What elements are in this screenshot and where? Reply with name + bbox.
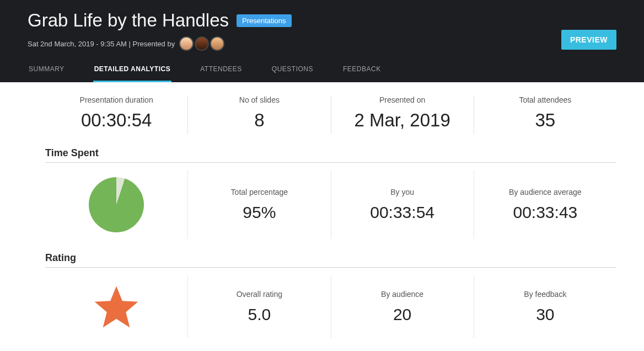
content-area: Presentation duration 00:30:54 No of sli…	[0, 82, 644, 349]
section-time-spent: Time Spent Total percentage 95% By you 0…	[45, 147, 616, 239]
stat-duration: Presentation duration 00:30:54	[45, 95, 188, 134]
page-title: Grab Life by the Handles	[28, 10, 229, 31]
time-spent-by-audience: By audience average 00:33:43	[474, 171, 616, 239]
top-stats-row: Presentation duration 00:30:54 No of sli…	[45, 82, 616, 134]
tab-questions[interactable]: QUESTIONS	[271, 65, 314, 82]
cell-value: 20	[393, 305, 411, 324]
tabs: SUMMARY DETAILED ANALYTICS ATTENDEES QUE…	[28, 65, 561, 82]
stat-value: 00:30:54	[51, 110, 182, 131]
cell-value: 30	[536, 305, 554, 324]
stat-label: No of slides	[194, 95, 325, 104]
stat-value: 8	[194, 110, 325, 131]
tab-summary[interactable]: SUMMARY	[28, 65, 66, 82]
presenter-avatars	[179, 36, 224, 51]
time-spent-chart-cell	[45, 171, 188, 239]
time-spent-percentage: Total percentage 95%	[188, 171, 331, 239]
rating-by-feedback: By feedback 30	[474, 275, 616, 338]
avatar[interactable]	[179, 36, 194, 51]
category-badge[interactable]: Presentations	[237, 14, 292, 27]
stat-value: 2 Mar, 2019	[337, 110, 468, 131]
stat-label: Presentation duration	[51, 95, 182, 104]
cell-label: Overall rating	[237, 290, 282, 299]
page-header: Grab Life by the Handles Presentations S…	[0, 0, 644, 82]
stat-presented-on: Presented on 2 Mar, 2019	[331, 95, 474, 134]
subline-text: Sat 2nd March, 2019 - 9:35 AM | Presente…	[28, 40, 175, 48]
section-rating: Rating Overall rating 5.0 By audience 20…	[45, 252, 616, 338]
rating-overall: Overall rating 5.0	[188, 275, 331, 338]
cell-value: 00:33:43	[513, 203, 577, 222]
subline: Sat 2nd March, 2019 - 9:35 AM | Presente…	[28, 36, 561, 51]
tab-attendees[interactable]: ATTENDEES	[199, 65, 243, 82]
avatar[interactable]	[195, 36, 209, 51]
stat-slides: No of slides 8	[188, 95, 331, 134]
section-title: Rating	[45, 252, 616, 268]
pie-chart-icon	[89, 177, 144, 232]
rating-star-cell	[45, 275, 188, 338]
section-title: Time Spent	[45, 147, 616, 163]
rating-by-audience: By audience 20	[331, 275, 474, 338]
cell-label: Total percentage	[231, 188, 288, 196]
cell-label: By you	[390, 188, 414, 196]
cell-label: By audience average	[509, 188, 582, 196]
cell-value: 5.0	[248, 305, 271, 324]
time-spent-by-you: By you 00:33:54	[331, 171, 474, 239]
star-icon	[92, 282, 141, 332]
stat-label: Total attendees	[480, 95, 611, 104]
stat-value: 35	[480, 110, 611, 131]
preview-button[interactable]: PREVIEW	[561, 30, 616, 50]
cell-value: 00:33:54	[370, 203, 434, 222]
cell-value: 95%	[243, 203, 276, 222]
stat-label: Presented on	[337, 95, 468, 104]
cell-label: By audience	[381, 290, 423, 299]
tab-detailed-analytics[interactable]: DETAILED ANALYTICS	[93, 65, 172, 82]
avatar[interactable]	[210, 36, 224, 51]
tab-feedback[interactable]: FEEDBACK	[342, 65, 382, 82]
stat-attendees: Total attendees 35	[474, 95, 616, 134]
cell-label: By feedback	[524, 290, 566, 299]
